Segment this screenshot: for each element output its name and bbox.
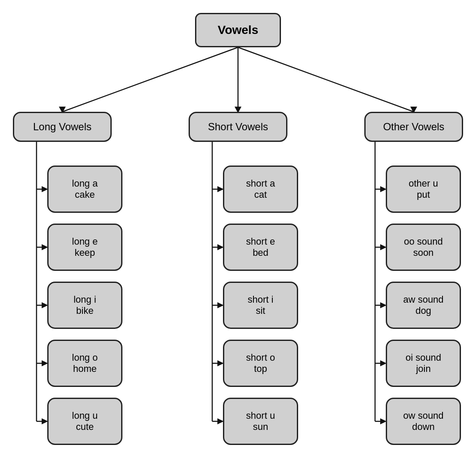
long-vowels-label: Long Vowels	[33, 121, 92, 133]
short-a-node: short acat	[223, 166, 298, 213]
long-vowels-node: Long Vowels	[13, 112, 112, 142]
short-a-label: short acat	[246, 178, 275, 201]
root-label: Vowels	[218, 23, 258, 37]
oi-sound-label: oi soundjoin	[406, 352, 441, 375]
short-i-label: short isit	[248, 294, 274, 317]
long-o-label: long ohome	[72, 352, 98, 375]
long-u-label: long ucute	[72, 410, 98, 433]
short-o-label: short otop	[246, 352, 275, 375]
long-o-node: long ohome	[47, 340, 122, 387]
short-vowels-node: Short Vowels	[189, 112, 287, 142]
ow-sound-label: ow sounddown	[403, 410, 443, 433]
oo-sound-node: oo soundsoon	[386, 224, 461, 271]
long-e-label: long ekeep	[72, 236, 98, 259]
other-vowels-node: Other Vowels	[364, 112, 463, 142]
aw-sound-label: aw sounddog	[403, 294, 443, 317]
ow-sound-node: ow sounddown	[386, 398, 461, 445]
long-a-node: long acake	[47, 166, 122, 213]
short-vowels-label: Short Vowels	[208, 121, 268, 133]
long-i-label: long ibike	[73, 294, 96, 317]
short-e-label: short ebed	[246, 236, 275, 259]
other-u-node: other uput	[386, 166, 461, 213]
long-u-node: long ucute	[47, 398, 122, 445]
short-i-node: short isit	[223, 282, 298, 329]
svg-line-4	[238, 47, 414, 112]
short-u-label: short usun	[246, 410, 275, 433]
diagram: Vowels Long Vowels Short Vowels Other Vo…	[0, 0, 476, 454]
oi-sound-node: oi soundjoin	[386, 340, 461, 387]
aw-sound-node: aw sounddog	[386, 282, 461, 329]
other-vowels-label: Other Vowels	[383, 121, 445, 133]
short-u-node: short usun	[223, 398, 298, 445]
long-e-node: long ekeep	[47, 224, 122, 271]
short-o-node: short otop	[223, 340, 298, 387]
long-i-node: long ibike	[47, 282, 122, 329]
root-node: Vowels	[195, 13, 281, 47]
svg-line-0	[62, 47, 238, 112]
other-u-label: other uput	[409, 178, 438, 201]
oo-sound-label: oo soundsoon	[404, 236, 443, 259]
long-a-label: long acake	[72, 178, 98, 201]
short-e-node: short ebed	[223, 224, 298, 271]
